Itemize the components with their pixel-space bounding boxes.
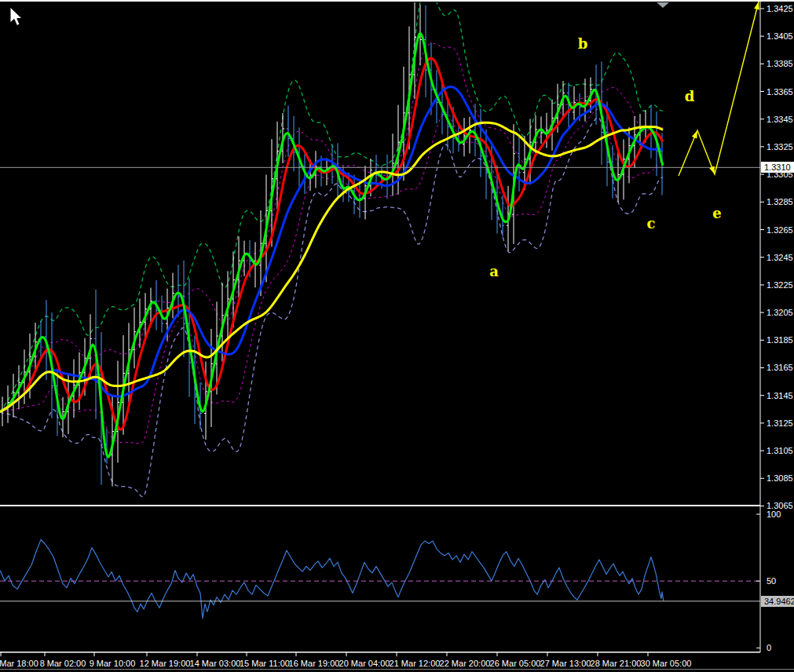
wave-label-c[interactable]: c xyxy=(647,215,656,232)
price-tick-label: 1.3225 xyxy=(767,280,793,290)
candlestick-layer xyxy=(1,2,664,486)
price-tick-label: 1.3385 xyxy=(767,59,793,68)
time-tick-label: 28 Mar 21:00 xyxy=(591,659,642,668)
rsi-bottom-border xyxy=(0,652,760,653)
wave-label-d[interactable]: d xyxy=(685,88,695,104)
price-tick-label: 1.3125 xyxy=(767,418,793,428)
cursor-pointer xyxy=(10,7,22,26)
price-tick-label: 1.3105 xyxy=(767,446,793,455)
current-price-label: 1.3310 xyxy=(761,162,794,173)
time-tick-label: 21 Mar 12:00 xyxy=(390,659,441,668)
ma-fast-line xyxy=(0,34,663,457)
rsi-tick-label: 0 xyxy=(767,643,771,652)
time-tick-label: Mar 18:00 xyxy=(0,659,38,668)
time-tick-label: 22 Mar 20:00 xyxy=(440,659,491,668)
rsi-value-label: 34.9462 xyxy=(761,596,794,607)
price-tick-label: 1.3405 xyxy=(767,31,793,41)
price-tick-label: 1.3285 xyxy=(767,197,793,206)
price-tick-label: 1.3085 xyxy=(767,473,793,483)
price-tick-label: 1.3425 xyxy=(767,4,793,13)
time-tick-label: 9 Mar 10:00 xyxy=(90,659,136,668)
ma-slow-line xyxy=(0,87,663,412)
time-tick-label: 8 Mar 02:00 xyxy=(40,659,86,668)
price-tick-label: 1.3245 xyxy=(767,253,793,262)
rsi-tick-label: 50 xyxy=(767,576,776,586)
time-tick-label: 15 Mar 11:00 xyxy=(240,659,290,668)
wave-label-b[interactable]: b xyxy=(578,35,588,52)
projection-arrowhead xyxy=(754,2,759,10)
time-tick-label: 26 Mar 05:00 xyxy=(490,659,541,668)
price-tick-label: 1.3265 xyxy=(767,225,793,235)
lower-band-line xyxy=(0,118,663,497)
rsi-line xyxy=(0,539,664,618)
price-tick-label: 1.3165 xyxy=(767,363,793,372)
wave-label-a[interactable]: a xyxy=(489,263,499,279)
price-tick-label: 1.3345 xyxy=(767,115,793,124)
time-tick-label: 27 Mar 13:00 xyxy=(540,659,591,668)
projection-arrowhead xyxy=(692,130,697,139)
time-tick-label: 16 Mar 19:00 xyxy=(289,659,340,668)
rsi-tick-label: 100 xyxy=(767,509,781,519)
time-tick-label: 20 Mar 04:00 xyxy=(339,659,390,668)
price-tick-label: 1.3325 xyxy=(767,142,793,152)
wave-label-e[interactable]: e xyxy=(712,205,721,221)
bottom-rule xyxy=(0,669,794,670)
rsi-panel xyxy=(0,539,664,618)
time-tick-label: 12 Mar 19:00 xyxy=(140,659,191,668)
time-tick-label: 14 Mar 03:00 xyxy=(190,659,241,668)
price-tick-label: 1.3365 xyxy=(767,87,793,97)
top-border xyxy=(0,0,794,2)
chart-plot-area[interactable]: 1.34251.34051.33851.33651.33451.33251.33… xyxy=(0,0,794,672)
panel-separator xyxy=(0,505,760,506)
main-chart-panel xyxy=(0,0,664,497)
price-tick-label: 1.3205 xyxy=(767,308,793,317)
price-tick-label: 1.3145 xyxy=(767,391,793,400)
trading-chart-window: 1.34251.34051.33851.33651.33451.33251.33… xyxy=(0,0,794,672)
time-tick-label: 30 Mar 05:00 xyxy=(641,659,692,668)
chart-shift-marker xyxy=(657,2,669,8)
price-tick-label: 1.3185 xyxy=(767,335,793,345)
